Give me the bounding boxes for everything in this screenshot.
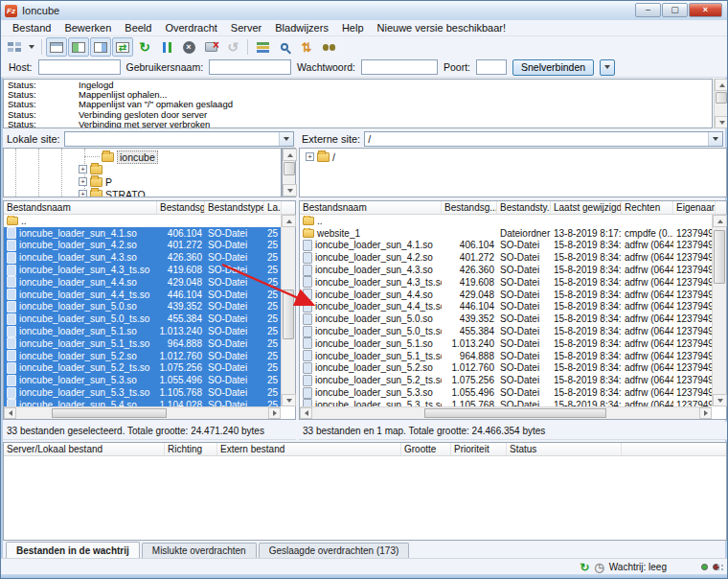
remote-list-column-header-rechten[interactable]: Rechten bbox=[622, 201, 673, 214]
filter-icon[interactable] bbox=[252, 37, 273, 57]
compare-icon[interactable] bbox=[274, 37, 295, 57]
file-row[interactable]: ioncube_loader_sun_4.3.so426.360SO-Datei… bbox=[4, 251, 281, 264]
file-row[interactable]: ioncube_loader_sun_5.2_ts.so1.075.256SO-… bbox=[300, 374, 712, 386]
refresh-icon[interactable]: ↻ bbox=[134, 37, 155, 57]
tab-mislukte-overdrachten[interactable]: Mislukte overdrachten bbox=[142, 543, 257, 558]
local-tree-item-p[interactable]: +P bbox=[79, 175, 112, 188]
menu-item-bewerken[interactable]: Bewerken bbox=[57, 21, 118, 35]
local-list-column-header-bestandstype[interactable]: Bestandstype bbox=[205, 201, 264, 214]
file-row[interactable]: ioncube_loader_sun_5.2.so1.012.760SO-Dat… bbox=[4, 350, 281, 362]
menu-item-beeld[interactable]: Beeld bbox=[118, 21, 158, 35]
local-list-column-header-la[interactable]: La... bbox=[264, 201, 282, 214]
scroll-left-icon[interactable] bbox=[4, 407, 16, 419]
local-list-horizontal-scrollbar[interactable] bbox=[4, 406, 281, 419]
file-row[interactable]: ioncube_loader_sun_5.2.so1.012.760SO-Dat… bbox=[300, 362, 712, 375]
quickconnect-dropdown-button[interactable] bbox=[600, 59, 615, 76]
combo-caret-icon[interactable] bbox=[279, 132, 293, 146]
file-row[interactable]: ioncube_loader_sun_5.1_ts.so964.888SO-Da… bbox=[4, 337, 281, 350]
file-row[interactable]: ioncube_loader_sun_4.2.so401.272SO-Datei… bbox=[4, 240, 281, 252]
toggle-transfer-queue-icon[interactable]: ⇄ bbox=[112, 37, 133, 57]
file-row[interactable]: ioncube_loader_sun_5.4.so1.104.028SO-Dat… bbox=[4, 399, 281, 406]
log-scrollbar[interactable] bbox=[714, 79, 728, 128]
reconnect-icon[interactable]: ↺ bbox=[222, 37, 243, 57]
file-row[interactable]: ioncube_loader_sun_4.3.so426.360SO-Datei… bbox=[300, 264, 712, 276]
local-list-hscroll-thumb[interactable] bbox=[52, 408, 167, 418]
file-row[interactable]: ioncube_loader_sun_5.2_ts.so1.075.256SO-… bbox=[4, 362, 281, 375]
menu-item-server[interactable]: Server bbox=[224, 21, 268, 35]
cancel-icon[interactable]: × bbox=[178, 37, 199, 57]
file-row[interactable]: ioncube_loader_sun_4.4.so429.048SO-Datei… bbox=[300, 289, 712, 301]
file-row[interactable]: ioncube_loader_sun_4.3_ts.so419.608SO-Da… bbox=[300, 276, 712, 289]
local-tree-scroll-thumb[interactable] bbox=[284, 162, 295, 175]
file-row[interactable]: ioncube_loader_sun_5.1_ts.so964.888SO-Da… bbox=[300, 350, 712, 362]
quickconnect-button[interactable]: Snelverbinden bbox=[512, 59, 594, 76]
remote-site-combo[interactable]: / bbox=[364, 131, 723, 147]
file-row[interactable]: ioncube_loader_sun_5.0.so439.352SO-Datei… bbox=[300, 313, 712, 325]
site-manager-dropdown-icon[interactable] bbox=[26, 37, 37, 57]
scroll-left-icon[interactable] bbox=[300, 407, 312, 419]
toggle-local-tree-icon[interactable] bbox=[68, 37, 89, 57]
menu-item-overdracht[interactable]: Overdracht bbox=[158, 21, 223, 35]
file-row[interactable]: ioncube_loader_sun_4.4.so429.048SO-Datei… bbox=[4, 276, 281, 289]
menu-item-bladwijzers[interactable]: Bladwijzers bbox=[268, 21, 335, 35]
tree-expand-icon[interactable]: + bbox=[79, 177, 87, 186]
file-row[interactable]: ioncube_loader_sun_5.1.so1.013.240SO-Dat… bbox=[4, 325, 281, 337]
queue-column-header-status[interactable]: Status bbox=[507, 443, 622, 455]
queue-column-header-extern-bestand[interactable]: Extern bestand bbox=[217, 443, 401, 455]
toggle-message-log-icon[interactable] bbox=[46, 37, 67, 57]
remote-list-horizontal-scrollbar[interactable] bbox=[300, 406, 712, 419]
tree-expand-icon[interactable]: + bbox=[306, 152, 314, 161]
queue-column-header-grootte[interactable]: Grootte bbox=[401, 443, 451, 455]
host-input[interactable] bbox=[38, 59, 121, 75]
remote-list-column-header-bestandsnaam[interactable]: Bestandsnaam bbox=[300, 201, 442, 214]
file-row[interactable]: ioncube_loader_sun_4.4_ts.so446.104SO-Da… bbox=[300, 301, 712, 313]
file-row[interactable]: ioncube_loader_sun_5.3.so1.055.496SO-Dat… bbox=[4, 374, 281, 386]
file-row[interactable]: website_1Dateiordner13-8-2019 8:17:...cm… bbox=[300, 227, 712, 240]
menu-item-bestand[interactable]: Bestand bbox=[6, 21, 57, 35]
local-tree-item-ioncube[interactable]: ioncube bbox=[102, 151, 158, 163]
remote-list-vscroll-thumb[interactable] bbox=[714, 230, 725, 284]
synchronized-browsing-icon[interactable]: ⇅ bbox=[296, 37, 317, 57]
scroll-right-icon[interactable] bbox=[268, 407, 281, 419]
local-list-column-header-bestandsgr[interactable]: Bestandsgr... bbox=[157, 201, 205, 214]
tree-expand-icon[interactable]: + bbox=[79, 190, 87, 197]
remote-list-column-header-eigenaar[interactable]: Eigenaar/... bbox=[673, 201, 716, 214]
remote-list-hscroll-thumb[interactable] bbox=[424, 408, 606, 418]
scroll-down-icon[interactable] bbox=[283, 184, 297, 197]
port-input[interactable] bbox=[476, 59, 507, 75]
clock-icon[interactable]: ◷ bbox=[594, 561, 603, 574]
file-row[interactable]: ioncube_loader_sun_4.1.so406.104SO-Datei… bbox=[300, 240, 712, 252]
file-row[interactable]: ioncube_loader_sun_5.3_ts.so1.105.768SO-… bbox=[4, 386, 281, 399]
menu-item-nieuwe-versie-beschikbaar[interactable]: Nieuwe versie beschikbaar! bbox=[371, 21, 513, 35]
local-tree-item[interactable]: + bbox=[79, 163, 105, 175]
scroll-right-icon[interactable] bbox=[699, 407, 712, 419]
remote-list-column-header-bestandsg[interactable]: Bestandsg... bbox=[442, 201, 497, 214]
remote-list-vertical-scrollbar[interactable] bbox=[712, 215, 726, 406]
close-button[interactable]: × bbox=[689, 3, 722, 17]
find-files-icon[interactable] bbox=[318, 37, 339, 57]
toggle-remote-tree-icon[interactable] bbox=[90, 37, 111, 57]
file-row[interactable]: .. bbox=[300, 215, 712, 227]
tab-bestanden-in-de-wachtrij[interactable]: Bestanden in de wachtrij bbox=[6, 542, 140, 558]
local-site-combo[interactable] bbox=[64, 131, 294, 147]
queue-active-icon[interactable]: ↻ bbox=[580, 561, 589, 574]
menu-item-help[interactable]: Help bbox=[335, 21, 371, 35]
remote-tree-item-item[interactable]: +/ bbox=[306, 151, 335, 163]
local-tree-item-strato[interactable]: +STRATO bbox=[79, 188, 146, 197]
file-row[interactable]: ioncube_loader_sun_5.3.so1.055.496SO-Dat… bbox=[300, 386, 712, 399]
file-row[interactable]: ioncube_loader_sun_5.0_ts.so455.384SO-Da… bbox=[4, 313, 281, 325]
file-row[interactable]: ioncube_loader_sun_5.3_ts.so1.105.768SO-… bbox=[300, 399, 712, 406]
file-row[interactable]: ioncube_loader_sun_5.0.so439.352SO-Datei… bbox=[4, 301, 281, 313]
title-bar[interactable]: Fz Ioncube – ▢ × bbox=[1, 1, 727, 20]
file-row[interactable]: ioncube_loader_sun_4.3_ts.so419.608SO-Da… bbox=[4, 264, 281, 276]
remote-list-column-header-bestandsty[interactable]: Bestandsty... bbox=[497, 201, 551, 214]
local-tree-scrollbar[interactable] bbox=[282, 148, 296, 197]
scroll-up-icon[interactable] bbox=[282, 215, 296, 227]
maximize-button[interactable]: ▢ bbox=[662, 3, 688, 17]
resize-grip[interactable] bbox=[717, 565, 725, 572]
tab-geslaagde-overdrachten-173[interactable]: Geslaagde overdrachten (173) bbox=[259, 543, 410, 558]
local-list-column-header-bestandsnaam[interactable]: Bestandsnaam bbox=[4, 201, 157, 214]
scroll-down-icon[interactable] bbox=[713, 394, 727, 406]
file-row[interactable]: ioncube_loader_sun_4.2.so401.272SO-Datei… bbox=[300, 251, 712, 264]
queue-column-header-richting[interactable]: Richting bbox=[165, 443, 217, 455]
